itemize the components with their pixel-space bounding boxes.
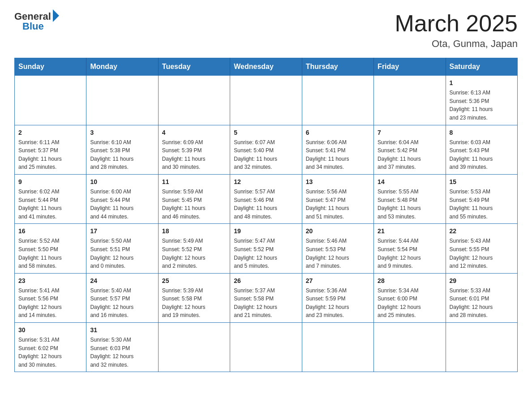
day-number: 12 bbox=[234, 177, 298, 187]
day-number: 14 bbox=[378, 177, 442, 187]
calendar-day-cell bbox=[374, 323, 446, 372]
calendar-week-row: 16Sunrise: 5:52 AMSunset: 5:50 PMDayligh… bbox=[15, 224, 518, 273]
calendar-day-cell bbox=[86, 76, 158, 125]
day-info: Sunrise: 5:37 AMSunset: 5:58 PMDaylight:… bbox=[234, 287, 298, 320]
calendar-day-cell: 1Sunrise: 6:13 AMSunset: 5:36 PMDaylight… bbox=[446, 76, 517, 125]
day-info: Sunrise: 6:00 AMSunset: 5:44 PMDaylight:… bbox=[90, 188, 154, 221]
calendar-day-cell: 11Sunrise: 5:59 AMSunset: 5:45 PMDayligh… bbox=[158, 174, 230, 223]
weekday-header: Monday bbox=[86, 58, 158, 76]
calendar-day-cell: 21Sunrise: 5:44 AMSunset: 5:54 PMDayligh… bbox=[374, 224, 446, 273]
day-info: Sunrise: 5:36 AMSunset: 5:59 PMDaylight:… bbox=[306, 287, 370, 320]
calendar-day-cell: 10Sunrise: 6:00 AMSunset: 5:44 PMDayligh… bbox=[86, 174, 158, 223]
day-number: 20 bbox=[306, 227, 370, 236]
calendar-header: SundayMondayTuesdayWednesdayThursdayFrid… bbox=[15, 58, 518, 76]
weekday-row: SundayMondayTuesdayWednesdayThursdayFrid… bbox=[15, 58, 518, 76]
day-info: Sunrise: 6:07 AMSunset: 5:40 PMDaylight:… bbox=[234, 138, 298, 171]
calendar-day-cell: 14Sunrise: 5:55 AMSunset: 5:48 PMDayligh… bbox=[374, 174, 446, 223]
day-info: Sunrise: 5:40 AMSunset: 5:57 PMDaylight:… bbox=[90, 287, 154, 320]
calendar-day-cell: 5Sunrise: 6:07 AMSunset: 5:40 PMDaylight… bbox=[230, 125, 302, 174]
day-number: 1 bbox=[450, 78, 514, 88]
day-info: Sunrise: 5:33 AMSunset: 6:01 PMDaylight:… bbox=[450, 287, 514, 320]
calendar-day-cell: 3Sunrise: 6:10 AMSunset: 5:38 PMDaylight… bbox=[86, 125, 158, 174]
calendar-day-cell: 17Sunrise: 5:50 AMSunset: 5:51 PMDayligh… bbox=[86, 224, 158, 273]
day-info: Sunrise: 5:55 AMSunset: 5:48 PMDaylight:… bbox=[378, 188, 442, 221]
day-number: 16 bbox=[18, 227, 82, 236]
day-number: 17 bbox=[90, 227, 154, 236]
day-number: 3 bbox=[90, 128, 154, 137]
calendar-day-cell: 31Sunrise: 5:30 AMSunset: 6:03 PMDayligh… bbox=[86, 323, 158, 372]
calendar-day-cell: 16Sunrise: 5:52 AMSunset: 5:50 PMDayligh… bbox=[15, 224, 86, 273]
calendar-day-cell: 19Sunrise: 5:47 AMSunset: 5:52 PMDayligh… bbox=[230, 224, 302, 273]
calendar-day-cell: 6Sunrise: 6:06 AMSunset: 5:41 PMDaylight… bbox=[302, 125, 373, 174]
day-info: Sunrise: 6:13 AMSunset: 5:36 PMDaylight:… bbox=[450, 89, 514, 122]
calendar-week-row: 30Sunrise: 5:31 AMSunset: 6:02 PMDayligh… bbox=[15, 323, 518, 372]
calendar-day-cell bbox=[302, 323, 373, 372]
calendar-subtitle: Ota, Gunma, Japan bbox=[395, 38, 518, 50]
calendar-day-cell: 2Sunrise: 6:11 AMSunset: 5:37 PMDaylight… bbox=[15, 125, 86, 174]
calendar-day-cell: 25Sunrise: 5:39 AMSunset: 5:58 PMDayligh… bbox=[158, 273, 230, 322]
day-info: Sunrise: 5:49 AMSunset: 5:52 PMDaylight:… bbox=[162, 237, 226, 270]
weekday-header: Thursday bbox=[302, 58, 373, 76]
day-info: Sunrise: 5:31 AMSunset: 6:02 PMDaylight:… bbox=[18, 336, 82, 369]
day-info: Sunrise: 5:30 AMSunset: 6:03 PMDaylight:… bbox=[90, 336, 154, 369]
day-info: Sunrise: 6:11 AMSunset: 5:37 PMDaylight:… bbox=[18, 138, 82, 171]
day-info: Sunrise: 5:44 AMSunset: 5:54 PMDaylight:… bbox=[378, 237, 442, 270]
calendar-day-cell: 15Sunrise: 5:53 AMSunset: 5:49 PMDayligh… bbox=[446, 174, 517, 223]
calendar-day-cell: 22Sunrise: 5:43 AMSunset: 5:55 PMDayligh… bbox=[446, 224, 517, 273]
calendar-day-cell: 9Sunrise: 6:02 AMSunset: 5:44 PMDaylight… bbox=[15, 174, 86, 223]
day-number: 6 bbox=[306, 128, 370, 137]
calendar-day-cell: 23Sunrise: 5:41 AMSunset: 5:56 PMDayligh… bbox=[15, 273, 86, 322]
calendar-day-cell: 27Sunrise: 5:36 AMSunset: 5:59 PMDayligh… bbox=[302, 273, 373, 322]
calendar-day-cell bbox=[158, 323, 230, 372]
day-number: 4 bbox=[162, 128, 226, 137]
day-info: Sunrise: 5:46 AMSunset: 5:53 PMDaylight:… bbox=[306, 237, 370, 270]
day-number: 11 bbox=[162, 177, 226, 187]
calendar-day-cell bbox=[15, 76, 86, 125]
calendar-day-cell: 20Sunrise: 5:46 AMSunset: 5:53 PMDayligh… bbox=[302, 224, 373, 273]
day-number: 18 bbox=[162, 227, 226, 236]
day-info: Sunrise: 5:57 AMSunset: 5:46 PMDaylight:… bbox=[234, 188, 298, 221]
day-number: 2 bbox=[18, 128, 82, 137]
calendar-day-cell: 30Sunrise: 5:31 AMSunset: 6:02 PMDayligh… bbox=[15, 323, 86, 372]
day-number: 31 bbox=[90, 325, 154, 335]
weekday-header: Wednesday bbox=[230, 58, 302, 76]
day-info: Sunrise: 5:50 AMSunset: 5:51 PMDaylight:… bbox=[90, 237, 154, 270]
weekday-header: Friday bbox=[374, 58, 446, 76]
calendar-day-cell: 24Sunrise: 5:40 AMSunset: 5:57 PMDayligh… bbox=[86, 273, 158, 322]
logo-triangle-icon bbox=[53, 9, 59, 22]
day-number: 22 bbox=[450, 227, 514, 236]
weekday-header: Tuesday bbox=[158, 58, 230, 76]
day-number: 30 bbox=[18, 325, 82, 335]
calendar-table: SundayMondayTuesdayWednesdayThursdayFrid… bbox=[14, 58, 518, 372]
day-info: Sunrise: 6:10 AMSunset: 5:38 PMDaylight:… bbox=[90, 138, 154, 171]
day-number: 9 bbox=[18, 177, 82, 187]
day-info: Sunrise: 5:59 AMSunset: 5:45 PMDaylight:… bbox=[162, 188, 226, 221]
day-info: Sunrise: 6:09 AMSunset: 5:39 PMDaylight:… bbox=[162, 138, 226, 171]
calendar-day-cell bbox=[158, 76, 230, 125]
weekday-header: Sunday bbox=[15, 58, 86, 76]
day-number: 29 bbox=[450, 276, 514, 286]
day-number: 26 bbox=[234, 276, 298, 286]
day-number: 28 bbox=[378, 276, 442, 286]
day-info: Sunrise: 6:06 AMSunset: 5:41 PMDaylight:… bbox=[306, 138, 370, 171]
day-info: Sunrise: 5:41 AMSunset: 5:56 PMDaylight:… bbox=[18, 287, 82, 320]
page-header: General Blue March 2025 Ota, Gunma, Japa… bbox=[14, 11, 518, 50]
calendar-week-row: 9Sunrise: 6:02 AMSunset: 5:44 PMDaylight… bbox=[15, 174, 518, 223]
calendar-day-cell: 8Sunrise: 6:03 AMSunset: 5:43 PMDaylight… bbox=[446, 125, 517, 174]
calendar-day-cell: 18Sunrise: 5:49 AMSunset: 5:52 PMDayligh… bbox=[158, 224, 230, 273]
day-number: 27 bbox=[306, 276, 370, 286]
calendar-day-cell: 13Sunrise: 5:56 AMSunset: 5:47 PMDayligh… bbox=[302, 174, 373, 223]
day-number: 19 bbox=[234, 227, 298, 236]
day-number: 25 bbox=[162, 276, 226, 286]
calendar-day-cell: 29Sunrise: 5:33 AMSunset: 6:01 PMDayligh… bbox=[446, 273, 517, 322]
day-number: 21 bbox=[378, 227, 442, 236]
day-info: Sunrise: 5:52 AMSunset: 5:50 PMDaylight:… bbox=[18, 237, 82, 270]
logo-blue-text: Blue bbox=[22, 21, 44, 32]
day-number: 23 bbox=[18, 276, 82, 286]
day-info: Sunrise: 5:47 AMSunset: 5:52 PMDaylight:… bbox=[234, 237, 298, 270]
day-info: Sunrise: 5:34 AMSunset: 6:00 PMDaylight:… bbox=[378, 287, 442, 320]
calendar-day-cell: 12Sunrise: 5:57 AMSunset: 5:46 PMDayligh… bbox=[230, 174, 302, 223]
day-info: Sunrise: 5:56 AMSunset: 5:47 PMDaylight:… bbox=[306, 188, 370, 221]
day-number: 5 bbox=[234, 128, 298, 137]
day-info: Sunrise: 6:03 AMSunset: 5:43 PMDaylight:… bbox=[450, 138, 514, 171]
